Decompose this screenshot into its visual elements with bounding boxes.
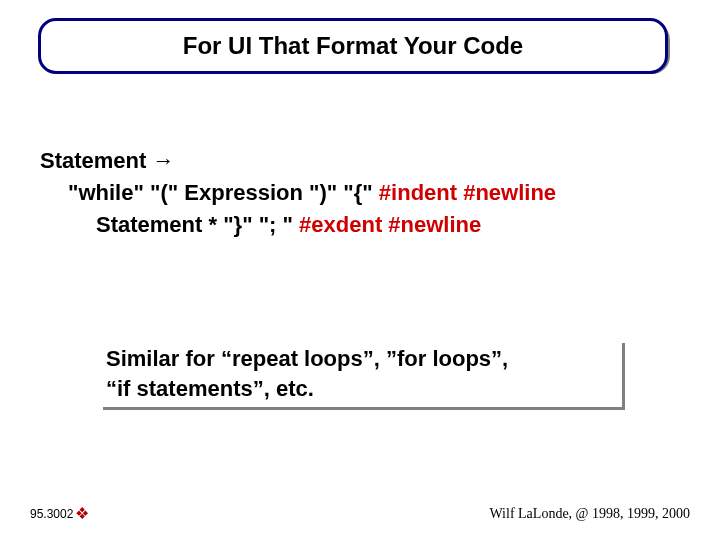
- grammar-block: Statement → "while" "(" Expression ")" "…: [40, 145, 690, 241]
- grammar-line-3-directive: #exdent #newline: [299, 212, 481, 237]
- grammar-line-3: Statement * "}" "; " #exdent #newline: [96, 209, 690, 241]
- diamond-icon: ❖: [75, 506, 89, 522]
- course-code: 95.3002: [30, 507, 73, 521]
- slide-title: For UI That Format Your Code: [183, 32, 523, 60]
- grammar-line-2: "while" "(" Expression ")" "{" #indent #…: [68, 177, 690, 209]
- grammar-line-2-plain: "while" "(" Expression ")" "{": [68, 180, 379, 205]
- title-box: For UI That Format Your Code: [38, 18, 668, 74]
- grammar-line-1: Statement →: [40, 145, 690, 177]
- note-line-1: Similar for “repeat loops”, ”for loops”,: [106, 344, 616, 374]
- footer-right: Wilf LaLonde, @ 1998, 1999, 2000: [489, 506, 690, 522]
- arrow-icon: →: [152, 148, 174, 173]
- note-box: Similar for “repeat loops”, ”for loops”,…: [100, 340, 622, 407]
- note-line-2: “if statements”, etc.: [106, 374, 616, 404]
- footer-left: 95.3002 ❖: [30, 506, 89, 522]
- grammar-line-3-plain: Statement * "}" "; ": [96, 212, 299, 237]
- grammar-line-2-directive: #indent #newline: [379, 180, 556, 205]
- grammar-head: Statement: [40, 148, 146, 173]
